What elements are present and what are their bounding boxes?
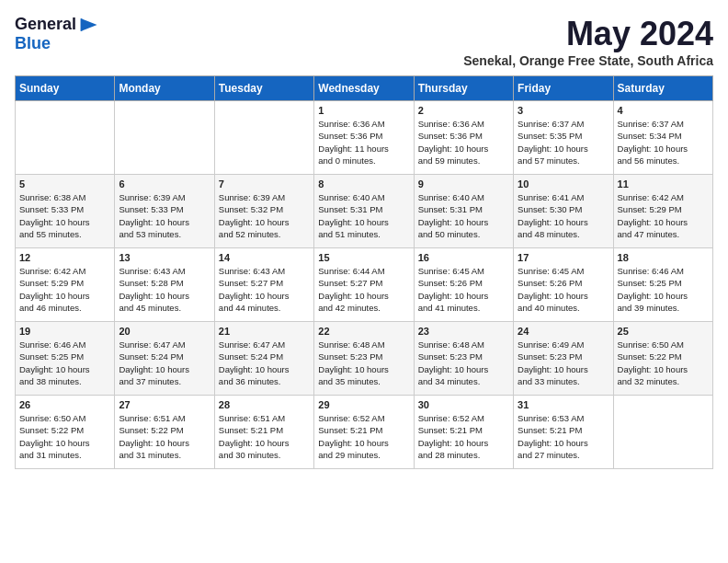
- calendar-week-row: 12Sunrise: 6:42 AMSunset: 5:29 PMDayligh…: [16, 248, 713, 322]
- day-info: Sunrise: 6:45 AMSunset: 5:26 PMDaylight:…: [518, 265, 609, 314]
- weekday-header-saturday: Saturday: [613, 76, 712, 101]
- calendar-day-cell: 27Sunrise: 6:51 AMSunset: 5:22 PMDayligh…: [115, 396, 214, 469]
- day-info: Sunrise: 6:48 AMSunset: 5:23 PMDaylight:…: [318, 339, 409, 387]
- day-info: Sunrise: 6:51 AMSunset: 5:22 PMDaylight:…: [119, 412, 210, 461]
- month-title: May 2024: [463, 15, 713, 53]
- calendar-day-cell: 16Sunrise: 6:45 AMSunset: 5:26 PMDayligh…: [414, 248, 513, 322]
- day-number: 20: [119, 326, 210, 337]
- calendar-day-cell: 14Sunrise: 6:43 AMSunset: 5:27 PMDayligh…: [214, 248, 313, 322]
- calendar-day-cell: 19Sunrise: 6:46 AMSunset: 5:25 PMDayligh…: [16, 322, 115, 396]
- calendar-day-cell: 30Sunrise: 6:52 AMSunset: 5:21 PMDayligh…: [414, 396, 513, 469]
- calendar-day-cell: 28Sunrise: 6:51 AMSunset: 5:21 PMDayligh…: [214, 396, 313, 469]
- day-number: 14: [219, 252, 310, 263]
- day-number: 31: [518, 399, 609, 410]
- calendar-day-cell: 17Sunrise: 6:45 AMSunset: 5:26 PMDayligh…: [514, 248, 613, 322]
- title-area: May 2024 Senekal, Orange Free State, Sou…: [463, 15, 713, 68]
- day-number: 17: [518, 252, 609, 263]
- calendar-table: SundayMondayTuesdayWednesdayThursdayFrid…: [15, 75, 713, 469]
- calendar-day-cell: [16, 101, 115, 175]
- day-info: Sunrise: 6:44 AMSunset: 5:27 PMDaylight:…: [318, 265, 409, 314]
- calendar-day-cell: 10Sunrise: 6:41 AMSunset: 5:30 PMDayligh…: [514, 175, 613, 248]
- day-number: 12: [19, 252, 110, 263]
- day-info: Sunrise: 6:49 AMSunset: 5:23 PMDaylight:…: [518, 339, 609, 387]
- logo: General Blue: [15, 15, 100, 53]
- day-number: 23: [418, 326, 509, 337]
- day-number: 6: [119, 178, 210, 190]
- day-info: Sunrise: 6:47 AMSunset: 5:24 PMDaylight:…: [119, 339, 210, 387]
- weekday-header-wednesday: Wednesday: [314, 76, 414, 101]
- day-info: Sunrise: 6:36 AMSunset: 5:36 PMDaylight:…: [318, 118, 409, 167]
- calendar-day-cell: 9Sunrise: 6:40 AMSunset: 5:31 PMDaylight…: [414, 175, 513, 248]
- day-number: 13: [119, 252, 210, 263]
- calendar-day-cell: 8Sunrise: 6:40 AMSunset: 5:31 PMDaylight…: [314, 175, 414, 248]
- day-info: Sunrise: 6:40 AMSunset: 5:31 PMDaylight:…: [418, 191, 509, 240]
- calendar-day-cell: [115, 101, 214, 175]
- calendar-day-cell: 24Sunrise: 6:49 AMSunset: 5:23 PMDayligh…: [514, 322, 613, 396]
- day-info: Sunrise: 6:40 AMSunset: 5:31 PMDaylight:…: [318, 191, 409, 240]
- calendar-week-row: 5Sunrise: 6:38 AMSunset: 5:33 PMDaylight…: [16, 175, 713, 248]
- day-info: Sunrise: 6:52 AMSunset: 5:21 PMDaylight:…: [418, 412, 509, 461]
- day-info: Sunrise: 6:41 AMSunset: 5:30 PMDaylight:…: [518, 191, 609, 240]
- day-info: Sunrise: 6:39 AMSunset: 5:32 PMDaylight:…: [219, 191, 310, 240]
- day-info: Sunrise: 6:48 AMSunset: 5:23 PMDaylight:…: [418, 339, 509, 387]
- day-number: 27: [119, 399, 210, 410]
- day-number: 22: [318, 326, 409, 337]
- day-number: 19: [19, 326, 110, 337]
- logo-flag-icon: [78, 17, 100, 33]
- calendar-day-cell: 23Sunrise: 6:48 AMSunset: 5:23 PMDayligh…: [414, 322, 513, 396]
- day-number: 11: [618, 178, 709, 190]
- day-info: Sunrise: 6:42 AMSunset: 5:29 PMDaylight:…: [19, 265, 110, 314]
- day-number: 8: [318, 178, 409, 190]
- day-number: 24: [518, 326, 609, 337]
- day-number: 7: [219, 178, 310, 190]
- calendar-day-cell: 26Sunrise: 6:50 AMSunset: 5:22 PMDayligh…: [16, 396, 115, 469]
- calendar-day-cell: 22Sunrise: 6:48 AMSunset: 5:23 PMDayligh…: [314, 322, 414, 396]
- day-info: Sunrise: 6:43 AMSunset: 5:28 PMDaylight:…: [119, 265, 210, 314]
- day-info: Sunrise: 6:46 AMSunset: 5:25 PMDaylight:…: [618, 265, 709, 314]
- calendar-day-cell: 25Sunrise: 6:50 AMSunset: 5:22 PMDayligh…: [613, 322, 712, 396]
- day-number: 21: [219, 326, 310, 337]
- calendar-day-cell: [214, 101, 313, 175]
- calendar-week-row: 26Sunrise: 6:50 AMSunset: 5:22 PMDayligh…: [16, 396, 713, 469]
- calendar-day-cell: [613, 396, 712, 469]
- weekday-header-friday: Friday: [514, 76, 613, 101]
- weekday-header-sunday: Sunday: [16, 76, 115, 101]
- calendar-day-cell: 18Sunrise: 6:46 AMSunset: 5:25 PMDayligh…: [613, 248, 712, 322]
- day-number: 25: [618, 326, 709, 337]
- day-info: Sunrise: 6:37 AMSunset: 5:35 PMDaylight:…: [518, 118, 609, 167]
- weekday-header-tuesday: Tuesday: [214, 76, 313, 101]
- day-info: Sunrise: 6:50 AMSunset: 5:22 PMDaylight:…: [19, 412, 110, 461]
- day-number: 16: [418, 252, 509, 263]
- day-info: Sunrise: 6:51 AMSunset: 5:21 PMDaylight:…: [219, 412, 310, 461]
- calendar-day-cell: 6Sunrise: 6:39 AMSunset: 5:33 PMDaylight…: [115, 175, 214, 248]
- weekday-header-row: SundayMondayTuesdayWednesdayThursdayFrid…: [16, 76, 713, 101]
- calendar-day-cell: 31Sunrise: 6:53 AMSunset: 5:21 PMDayligh…: [514, 396, 613, 469]
- day-info: Sunrise: 6:47 AMSunset: 5:24 PMDaylight:…: [219, 339, 310, 387]
- location-title: Senekal, Orange Free State, South Africa: [463, 53, 713, 68]
- day-number: 29: [318, 399, 409, 410]
- day-number: 10: [518, 178, 609, 190]
- day-number: 28: [219, 399, 310, 410]
- calendar-week-row: 19Sunrise: 6:46 AMSunset: 5:25 PMDayligh…: [16, 322, 713, 396]
- day-info: Sunrise: 6:42 AMSunset: 5:29 PMDaylight:…: [618, 191, 709, 240]
- calendar-day-cell: 5Sunrise: 6:38 AMSunset: 5:33 PMDaylight…: [16, 175, 115, 248]
- day-info: Sunrise: 6:36 AMSunset: 5:36 PMDaylight:…: [418, 118, 509, 167]
- day-number: 4: [618, 105, 709, 116]
- calendar-day-cell: 15Sunrise: 6:44 AMSunset: 5:27 PMDayligh…: [314, 248, 414, 322]
- day-number: 15: [318, 252, 409, 263]
- day-number: 26: [19, 399, 110, 410]
- day-number: 3: [518, 105, 609, 116]
- calendar-day-cell: 1Sunrise: 6:36 AMSunset: 5:36 PMDaylight…: [314, 101, 414, 175]
- logo-general-text: General: [15, 15, 76, 34]
- day-number: 30: [418, 399, 509, 410]
- day-number: 18: [618, 252, 709, 263]
- day-number: 9: [418, 178, 509, 190]
- day-number: 5: [19, 178, 110, 190]
- day-info: Sunrise: 6:38 AMSunset: 5:33 PMDaylight:…: [19, 191, 110, 240]
- calendar-day-cell: 21Sunrise: 6:47 AMSunset: 5:24 PMDayligh…: [214, 322, 313, 396]
- calendar-day-cell: 7Sunrise: 6:39 AMSunset: 5:32 PMDaylight…: [214, 175, 313, 248]
- calendar-day-cell: 3Sunrise: 6:37 AMSunset: 5:35 PMDaylight…: [514, 101, 613, 175]
- calendar-day-cell: 2Sunrise: 6:36 AMSunset: 5:36 PMDaylight…: [414, 101, 513, 175]
- day-number: 2: [418, 105, 509, 116]
- svg-marker-0: [81, 18, 97, 31]
